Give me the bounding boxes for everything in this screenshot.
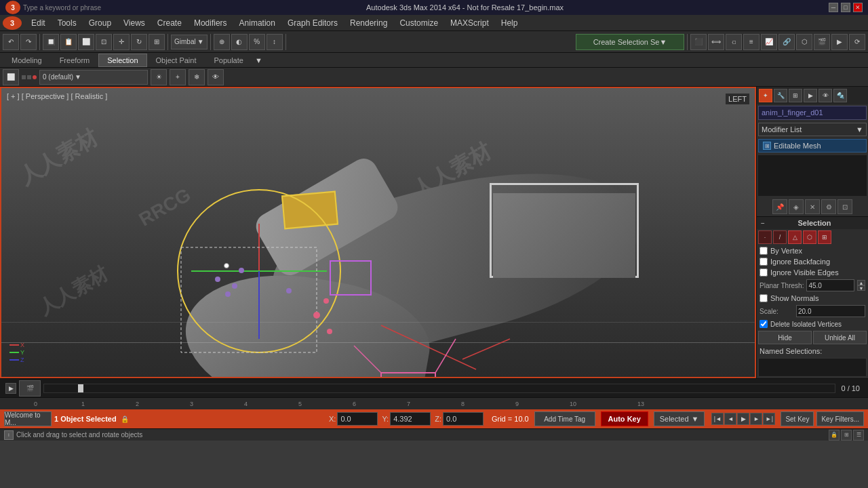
layer-hide-btn[interactable]: 👁 [208,69,224,85]
window-crossing-button[interactable]: ⊡ [96,34,112,50]
add-time-tag-button[interactable]: Add Time Tag [534,411,595,426]
align-button[interactable]: ⟤ [726,34,742,50]
z-coord-field[interactable]: 0.0 [443,412,484,426]
layer-freeze-btn[interactable]: ❄ [189,69,205,85]
hide-button[interactable]: Hide [758,331,812,344]
hierarchy-panel-icon[interactable]: ⊞ [789,89,802,102]
x-coord-field[interactable]: 0.0 [337,412,378,426]
menu-modifiers[interactable]: Modifiers [189,17,233,29]
close-button[interactable]: ✕ [853,3,863,12]
mirror-button[interactable]: ⟺ [708,34,724,50]
redo-button[interactable]: ↷ [20,34,37,50]
y-coord-field[interactable]: 4.392 [390,412,431,426]
snaps-toggle[interactable]: ⊕ [214,34,230,50]
layer-dropdown[interactable]: 0 (default) ▼ [39,70,148,85]
viewport[interactable]: [ + ] [ Perspective ] [ Realistic ] 人人素材… [0,87,756,378]
remove-modifier-icon[interactable]: ✕ [805,199,820,214]
modify-panel-icon[interactable]: 🔧 [774,89,787,102]
timeline-icon[interactable]: 🎬 [19,380,41,396]
minimize-button[interactable]: ─ [829,3,838,12]
menu-animation[interactable]: Animation [234,17,281,29]
ignore-visible-edges-checkbox[interactable] [760,268,768,277]
menu-maxscript[interactable]: MAXScript [445,17,494,29]
vertex-icon[interactable]: · [758,230,772,244]
motion-panel-icon[interactable]: ▶ [804,89,817,102]
show-normals-checkbox[interactable] [760,294,768,302]
layer-add-btn[interactable]: + [170,69,186,85]
show-end-result-icon[interactable]: ⊡ [837,199,852,214]
render-frame[interactable]: ▶ [831,34,848,50]
reference-dropdown[interactable]: Gimbal ▼ [171,35,208,49]
modifier-editable-mesh[interactable]: ⊞ Editable Mesh [758,139,867,152]
menu-rendering[interactable]: Rendering [344,17,393,29]
select-move-button[interactable]: ✛ [113,34,130,50]
layer-icon[interactable]: ⬜ [3,69,19,85]
menu-group[interactable]: Group [83,17,117,29]
named-selections-area[interactable] [758,358,867,377]
display-panel-icon[interactable]: 👁 [818,89,832,102]
spinner-snap[interactable]: ↕ [267,34,283,50]
utilities-panel-icon[interactable]: 🔩 [833,89,847,102]
modifier-list-dropdown[interactable]: Modifier List ▼ [758,123,867,137]
ignore-backfacing-checkbox[interactable] [760,258,768,266]
layer-render-btn[interactable]: ☀ [151,69,167,85]
unhide-all-button[interactable]: Unhide All [813,331,867,344]
tab-options[interactable]: ▼ [255,56,262,64]
render-setup[interactable]: 🎬 [814,34,830,50]
viewport-options-icon[interactable]: ☰ [853,430,864,441]
select-object-button[interactable]: 🔲 [43,34,59,50]
selection-section-header[interactable]: − Selection [757,216,868,229]
render-last[interactable]: ⟳ [849,34,865,50]
poly-icon[interactable]: ⬡ [803,230,816,244]
configure-icon[interactable]: ⚙ [821,199,836,214]
scale-input[interactable] [796,305,865,317]
selection-filter-icon[interactable]: ⊞ [841,430,852,441]
rect-select-button[interactable]: ⬜ [78,34,94,50]
object-name-field[interactable]: anim_l_finger_d01 [758,106,867,120]
delete-isolated-checkbox[interactable] [760,320,768,328]
tab-populate[interactable]: Populate [205,54,252,67]
element-icon[interactable]: ⊞ [818,230,831,244]
play-button[interactable]: ▶ [737,413,749,425]
go-end-button[interactable]: ►| [763,413,775,425]
select-by-name-button[interactable]: 📋 [60,34,77,50]
tab-selection[interactable]: Selection [98,54,146,67]
by-vertex-checkbox[interactable] [760,247,768,255]
menu-help[interactable]: Help [496,17,524,29]
welcome-button[interactable]: Welcome to M... [4,411,52,426]
search-box[interactable]: Type a keyword or phrase [23,4,101,12]
scrubber-thumb[interactable] [78,384,83,392]
auto-key-button[interactable]: Auto Key [601,411,648,426]
menu-edit[interactable]: Edit [26,17,51,29]
percent-snap[interactable]: % [249,34,265,50]
tab-object-paint[interactable]: Object Paint [147,54,205,67]
selected-dropdown[interactable]: Selected ▼ [654,411,705,426]
schematic-view[interactable]: 🔗 [778,34,795,50]
maximize-button[interactable]: □ [841,3,850,12]
timeline-expand[interactable]: ▶ [5,383,16,394]
curve-editor[interactable]: 📈 [761,34,777,50]
menu-customize[interactable]: Customize [394,17,443,29]
pin-stack-icon[interactable]: 📌 [772,199,787,214]
make-unique-icon[interactable]: ◈ [789,199,804,214]
timeline-scrubber[interactable] [43,384,835,393]
go-start-button[interactable]: |◄ [711,413,724,425]
face-icon[interactable]: △ [788,230,802,244]
tab-modeling[interactable]: Modeling [3,54,51,67]
instruction-icon[interactable]: i [4,430,14,440]
undo-button[interactable]: ↶ [3,34,19,50]
tab-freeform[interactable]: Freeform [51,54,99,67]
edge-icon[interactable]: / [773,230,787,244]
material-editor[interactable]: ⬡ [796,34,812,50]
menu-views[interactable]: Views [118,17,151,29]
menu-graph-editors[interactable]: Graph Editors [282,17,343,29]
named-sel-sets[interactable]: ⬛ [690,34,707,50]
lock-selection-icon[interactable]: 🔒 [829,430,840,441]
prev-frame-button[interactable]: ◄ [724,413,736,425]
create-panel-icon[interactable]: ✦ [759,89,772,102]
key-filters-button[interactable]: Key Filters... [816,411,864,426]
angle-snap[interactable]: ◐ [231,34,248,50]
planar-thresh-input[interactable] [806,279,854,291]
next-frame-button[interactable]: ► [750,413,762,425]
rotate-button[interactable]: ↻ [131,34,147,50]
